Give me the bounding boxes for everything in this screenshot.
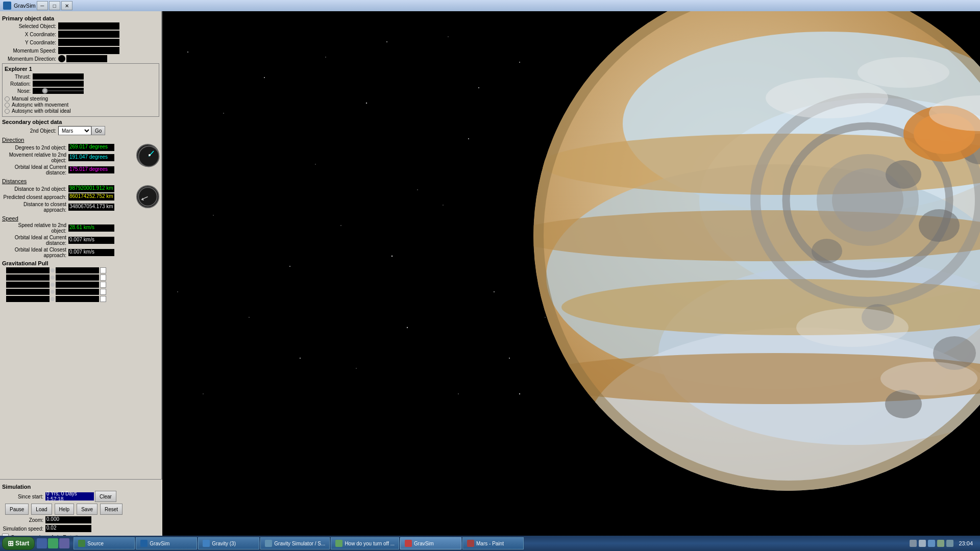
taskbar-item-gravity-sim[interactable]: Gravity Simulator / S... [260,537,330,549]
explorer-icon[interactable] [48,538,58,548]
svg-point-36 [325,57,326,58]
movement-row: Movement relative to 2nd object: 191.047… [2,152,134,163]
taskbar-item-source[interactable]: Source [74,537,135,549]
taskbar-item-howto[interactable]: How do you turn off ... [331,537,399,549]
tray-icon-1[interactable] [910,540,917,547]
left-panel: Primary object data Selected Object: X C… [0,11,162,536]
manual-steering-radio[interactable] [5,96,10,102]
start-button[interactable]: ⊞ Start [2,537,35,550]
nose-slider[interactable] [33,88,84,94]
tray-icon-4[interactable] [937,540,944,547]
second-object-select[interactable]: Mars Earth Jupiter Sun [58,126,91,135]
system-tray: 23:04 [908,540,978,547]
simulation-header: Simulation [2,484,160,490]
taskbar-item-gravsim-active[interactable]: GravSim [400,537,461,549]
start-label: Start [15,540,29,547]
y-coordinate-label: Y Coordinate: [2,40,58,45]
grav-dot-5 [51,297,55,301]
autosync-movement-radio[interactable] [5,103,10,108]
svg-point-65 [796,308,909,347]
titlebar-title: GravSim [14,3,36,9]
svg-point-34 [448,36,449,37]
grav-bar-right-2 [56,274,99,281]
grav-checkbox-3[interactable] [100,282,106,288]
grav-bar-right-1 [56,267,99,273]
zoom-label: Zoom: [2,517,45,523]
go-button[interactable]: Go [91,126,105,135]
sim-buttons-row: Pause Load Help Save Reset [4,504,160,515]
secondary-section: Secondary object data 2nd Object: Mars E… [2,119,159,302]
momentum-speed-row: Momentum Speed: [2,47,159,54]
planet-svg [521,11,980,532]
svg-point-24 [458,393,459,394]
degrees-label: Degrees to 2nd object: [2,145,68,151]
zoom-row: Zoom: 0.000 [2,516,160,523]
momentum-direction-value [66,55,107,62]
thrust-label: Thrust: [5,74,33,80]
orbital-current-row: Orbital Ideal at Current distance: 0.007… [2,235,159,246]
clear-button[interactable]: Clear [95,491,116,502]
manual-steering-row[interactable]: Manual steering [5,96,157,102]
second-object-row: 2nd Object: Mars Earth Jupiter Sun Go [2,126,159,135]
maximize-button[interactable]: □ [49,1,60,10]
grav-checkbox-4[interactable] [100,289,106,295]
grav-checkbox-2[interactable] [100,274,106,281]
outlook-icon[interactable] [59,538,69,548]
taskbar-item-gravsim[interactable]: GravSim [136,537,197,549]
speed-relative-row: Speed relative to 2nd object: 28.61 km/s [2,222,159,234]
tray-icon-5[interactable] [946,540,953,547]
autosync-orbital-row[interactable]: Autosync with orbital ideal [5,108,157,114]
load-button[interactable]: Load [31,504,52,515]
svg-point-53 [919,209,960,242]
grav-bar-left-3 [6,282,50,288]
taskbar-items: Source GravSim Gravity (3) Gravity Simul… [74,537,908,549]
viewport[interactable] [162,11,980,536]
pause-button[interactable]: Pause [5,504,29,515]
svg-point-26 [203,393,204,394]
grav-bar-right-4 [56,289,99,295]
ie-icon[interactable] [37,538,47,548]
autosync-movement-row[interactable]: Autosync with movement [5,102,157,108]
howto-taskbar-label: How do you turn off ... [345,541,395,546]
direction-group: Degrees to 2nd object: 269.017 degrees M… [2,144,159,177]
nose-knob [42,88,48,94]
x-coordinate-label: X Coordinate: [2,32,58,37]
orbital-current-value: 0.007 km/s [68,237,114,244]
speed-relative-label: Speed relative to 2nd object: [2,222,68,234]
svg-point-62 [766,78,888,118]
taskbar-time: 23:04 [955,540,976,546]
svg-point-54 [812,239,842,263]
close-button[interactable]: ✕ [61,1,72,10]
taskbar-item-gravity3[interactable]: Gravity (3) [198,537,259,549]
grav-bar-left-1 [6,267,50,273]
gravitational-header: Gravitational Pull [2,260,159,266]
distances-header: Distances [2,178,159,184]
tray-icon-3[interactable] [928,540,935,547]
grav-row-4 [6,289,159,295]
rotation-bar [33,81,84,87]
rotation-row: Rotation: [5,81,157,87]
movement-label: Movement relative to 2nd object: [2,152,68,163]
save-button[interactable]: Save [77,504,97,515]
tray-icon-2[interactable] [919,540,926,547]
gravsim-active-taskbar-label: GravSim [414,541,434,546]
gravity3-taskbar-icon [203,540,210,547]
speed-relative-value: 28.61 km/s [68,224,114,232]
gravsim-taskbar-label: GravSim [150,541,169,546]
grav-row-1 [6,267,159,273]
y-coordinate-value [58,39,119,46]
degrees-row: Degrees to 2nd object: 269.017 degrees [2,144,134,151]
taskbar: ⊞ Start Source GravSim Gravity (3) Gravi… [0,536,980,551]
grav-checkbox-5[interactable] [100,296,106,302]
reset-button[interactable]: Reset [100,504,122,515]
svg-point-20 [249,317,250,318]
direction-header: Direction [2,137,159,143]
autosync-orbital-radio[interactable] [5,109,10,114]
grav-row-2 [6,274,159,281]
since-start-row: Since start: 0 Yrs, 0 Days 1:57:18 Clear [2,491,160,502]
grav-checkbox-1[interactable] [100,267,106,273]
svg-point-19 [494,291,495,292]
minimize-button[interactable]: ─ [37,1,48,10]
taskbar-item-mars-paint[interactable]: Mars - Paint [462,537,524,549]
help-button[interactable]: Help [55,504,75,515]
